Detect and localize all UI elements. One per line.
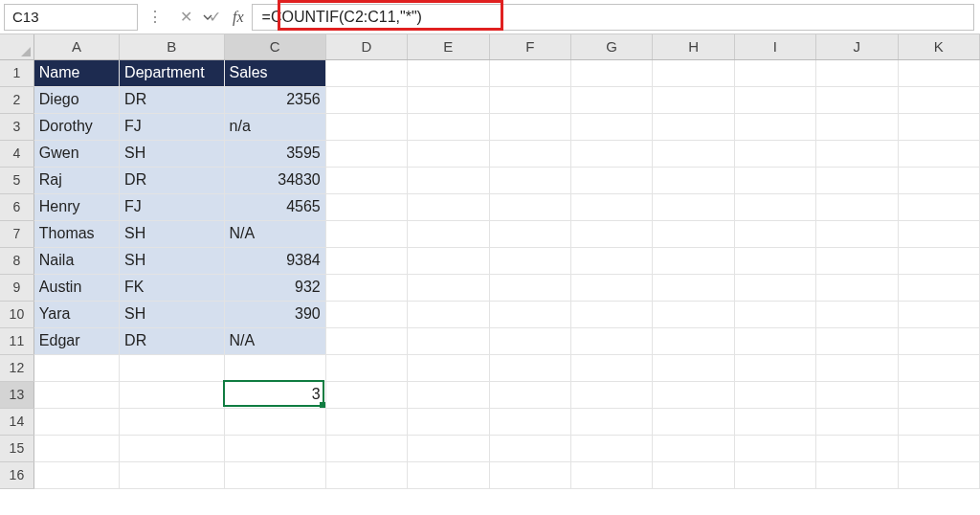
row-header-13[interactable]: 13: [0, 381, 33, 408]
cell-C11[interactable]: N/A: [224, 327, 325, 354]
cell-D15[interactable]: [325, 435, 407, 461]
cell-D16[interactable]: [325, 461, 407, 488]
cell-H15[interactable]: [653, 435, 734, 461]
cell-F13[interactable]: [489, 381, 570, 408]
cell-A11[interactable]: Edgar: [33, 327, 119, 354]
cell-G5[interactable]: [570, 167, 652, 193]
row-header-15[interactable]: 15: [0, 435, 33, 461]
cell-I9[interactable]: [734, 274, 815, 301]
cell-C4[interactable]: 3595: [224, 140, 325, 167]
cell-F10[interactable]: [489, 301, 570, 327]
cell-E4[interactable]: [408, 140, 489, 167]
cell-I12[interactable]: [734, 354, 815, 381]
cell-E3[interactable]: [408, 113, 489, 140]
cell-D12[interactable]: [325, 354, 407, 381]
row-header-1[interactable]: 1: [0, 59, 33, 86]
cell-C16[interactable]: [224, 461, 325, 488]
cell-H16[interactable]: [653, 461, 734, 488]
cell-A8[interactable]: Naila: [33, 247, 119, 274]
cell-G7[interactable]: [570, 220, 652, 247]
cell-J5[interactable]: [816, 167, 898, 193]
cell-D1[interactable]: [325, 59, 407, 86]
cell-C9[interactable]: 932: [224, 274, 325, 301]
cell-E1[interactable]: [408, 59, 489, 86]
cell-I15[interactable]: [734, 435, 815, 461]
cell-I5[interactable]: [734, 167, 815, 193]
cell-J4[interactable]: [816, 140, 898, 167]
cell-B12[interactable]: [120, 354, 224, 381]
cell-I4[interactable]: [734, 140, 815, 167]
row-header-10[interactable]: 10: [0, 301, 33, 327]
column-header-D[interactable]: D: [325, 34, 407, 59]
cell-C13[interactable]: 3: [224, 381, 325, 408]
cell-D7[interactable]: [325, 220, 407, 247]
cell-G12[interactable]: [570, 354, 652, 381]
cell-G14[interactable]: [570, 408, 652, 435]
cell-E8[interactable]: [408, 247, 489, 274]
cell-E7[interactable]: [408, 220, 489, 247]
cell-E2[interactable]: [408, 86, 489, 113]
cell-B11[interactable]: DR: [120, 327, 224, 354]
cell-D8[interactable]: [325, 247, 407, 274]
cell-F1[interactable]: [489, 59, 570, 86]
cell-J3[interactable]: [816, 113, 898, 140]
cell-F4[interactable]: [489, 140, 570, 167]
cell-H7[interactable]: [653, 220, 734, 247]
cell-B3[interactable]: FJ: [120, 113, 224, 140]
cell-B14[interactable]: [120, 408, 224, 435]
cell-B9[interactable]: FK: [120, 274, 224, 301]
cell-C5[interactable]: 34830: [224, 167, 325, 193]
cell-I14[interactable]: [734, 408, 815, 435]
cell-B13[interactable]: [120, 381, 224, 408]
name-box[interactable]: [4, 4, 138, 31]
cell-J16[interactable]: [816, 461, 898, 488]
cell-F9[interactable]: [489, 274, 570, 301]
cell-E16[interactable]: [408, 461, 489, 488]
cell-F7[interactable]: [489, 220, 570, 247]
cell-D6[interactable]: [325, 193, 407, 220]
cell-I16[interactable]: [734, 461, 815, 488]
cell-B1[interactable]: Department: [120, 59, 224, 86]
column-header-J[interactable]: J: [816, 34, 898, 59]
cell-I2[interactable]: [734, 86, 815, 113]
cell-H13[interactable]: [653, 381, 734, 408]
cell-D9[interactable]: [325, 274, 407, 301]
cell-A4[interactable]: Gwen: [33, 140, 119, 167]
column-header-I[interactable]: I: [734, 34, 815, 59]
cell-H8[interactable]: [653, 247, 734, 274]
cell-K11[interactable]: [898, 327, 980, 354]
cell-E9[interactable]: [408, 274, 489, 301]
cell-A9[interactable]: Austin: [33, 274, 119, 301]
cell-D4[interactable]: [325, 140, 407, 167]
cell-J11[interactable]: [816, 327, 898, 354]
cell-G1[interactable]: [570, 59, 652, 86]
cell-K4[interactable]: [898, 140, 980, 167]
cell-J9[interactable]: [816, 274, 898, 301]
cell-F14[interactable]: [489, 408, 570, 435]
cell-C8[interactable]: 9384: [224, 247, 325, 274]
cell-B2[interactable]: DR: [120, 86, 224, 113]
cell-G13[interactable]: [570, 381, 652, 408]
cell-K7[interactable]: [898, 220, 980, 247]
cell-I10[interactable]: [734, 301, 815, 327]
cell-J12[interactable]: [816, 354, 898, 381]
cell-H14[interactable]: [653, 408, 734, 435]
cell-K6[interactable]: [898, 193, 980, 220]
row-header-2[interactable]: 2: [0, 86, 33, 113]
cell-E6[interactable]: [408, 193, 489, 220]
cell-H12[interactable]: [653, 354, 734, 381]
cell-G16[interactable]: [570, 461, 652, 488]
cell-D14[interactable]: [325, 408, 407, 435]
cell-E14[interactable]: [408, 408, 489, 435]
select-all-corner[interactable]: [0, 34, 33, 59]
cell-G15[interactable]: [570, 435, 652, 461]
cell-A15[interactable]: [33, 435, 119, 461]
cell-G9[interactable]: [570, 274, 652, 301]
cell-E10[interactable]: [408, 301, 489, 327]
cell-H9[interactable]: [653, 274, 734, 301]
row-header-5[interactable]: 5: [0, 167, 33, 193]
cell-B5[interactable]: DR: [120, 167, 224, 193]
cell-G8[interactable]: [570, 247, 652, 274]
cell-K15[interactable]: [898, 435, 980, 461]
cell-I6[interactable]: [734, 193, 815, 220]
